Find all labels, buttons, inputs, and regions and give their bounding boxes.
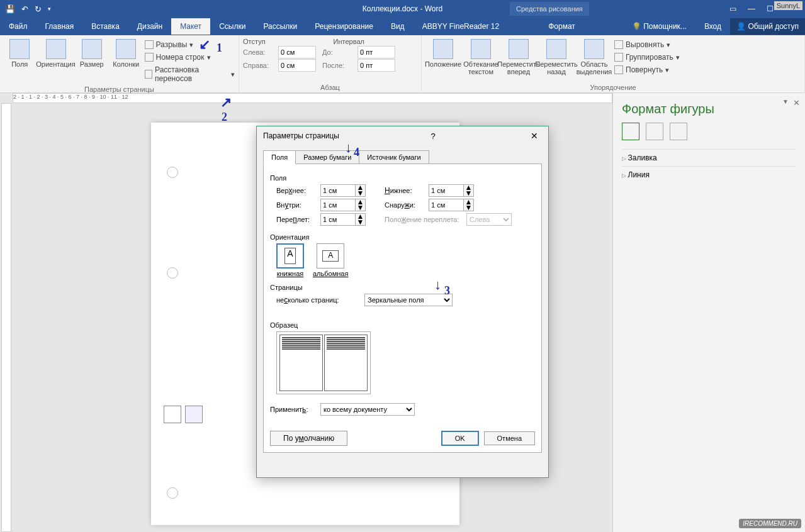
page-hole (167, 167, 178, 178)
vertical-ruler[interactable] (1, 103, 11, 532)
page-setup-group-label: Параметры страницы (4, 84, 235, 93)
titlebar: 💾 ↶ ↻ ▾ Коллекции.docx - Word Средства р… (0, 0, 805, 18)
inside-margin-input[interactable] (320, 199, 356, 211)
page-setup-dialog: Параметры страницы ? ✕ Поля Размер бумаг… (256, 126, 549, 478)
top-margin-input[interactable] (320, 184, 356, 197)
minimize-icon[interactable]: — (748, 4, 755, 13)
breaks-button[interactable]: Разрывы ▾ (145, 39, 235, 50)
drawing-tools-tab[interactable]: Средства рисования (510, 2, 589, 16)
panel-title: Формат фигуры (622, 102, 796, 116)
rotate-button[interactable]: Повернуть ▾ (614, 64, 680, 75)
tab-abbyy[interactable]: ABBYY FineReader 12 (414, 18, 509, 35)
qat-more-icon[interactable]: ▾ (48, 6, 51, 12)
indent-left-input[interactable] (278, 46, 316, 58)
default-button[interactable]: По умолчанию (270, 431, 347, 446)
tab-review[interactable]: Рецензирование (306, 18, 382, 35)
position-button[interactable]: Положение (425, 38, 461, 69)
tab-layout[interactable]: Макет (171, 18, 210, 35)
panel-dropdown-icon[interactable]: ▼ (782, 98, 789, 105)
hyphenation-button[interactable]: Расстановка переносов ▾ (145, 64, 235, 84)
line-numbers-button[interactable]: Номера строк ▾ (145, 52, 235, 63)
columns-button[interactable]: Колонки (110, 38, 142, 69)
fill-expander[interactable]: Заливка (622, 149, 796, 166)
outside-margin-input[interactable] (429, 199, 464, 211)
top-margin-label: Верхнее: (276, 186, 320, 195)
login-link[interactable]: Вход (695, 18, 730, 35)
format-shape-panel: ▼ ✕ Формат фигуры Заливка Линия (612, 93, 805, 532)
portrait-button[interactable]: A книжная (276, 243, 304, 277)
tell-me[interactable]: 💡 Помощник... (623, 18, 695, 35)
page-hole (167, 487, 178, 499)
tab-format[interactable]: Формат (539, 18, 584, 35)
undo-icon[interactable]: ↶ (21, 4, 28, 14)
cancel-button[interactable]: Отмена (484, 431, 535, 445)
selection-pane-button[interactable]: Область выделения (577, 38, 612, 77)
ribbon: Поля Ориентация Размер Колонки Разрывы ▾… (0, 35, 805, 93)
send-backward-button[interactable]: Переместить назад (539, 38, 574, 77)
paragraph-group-label: Абзац (243, 82, 417, 91)
tab-home[interactable]: Главная (37, 18, 83, 35)
size-button[interactable]: Размер (76, 38, 108, 69)
tab-references[interactable]: Ссылки (210, 18, 254, 35)
dialog-close-icon[interactable]: ✕ (527, 131, 542, 141)
fill-line-icon[interactable] (622, 123, 639, 140)
bottom-margin-input[interactable] (429, 184, 464, 197)
spacing-before-input[interactable] (357, 46, 395, 58)
spacing-after-input[interactable] (357, 59, 395, 72)
panel-close-icon[interactable]: ✕ (793, 98, 800, 108)
apply-to-select[interactable]: ко всему документу (320, 403, 415, 416)
shape-selection[interactable] (164, 406, 203, 423)
gutter-position-select: Слева (466, 213, 512, 226)
group-button[interactable]: Группировать ▾ (614, 52, 680, 63)
document-title: Коллекции.docx - Word (363, 4, 442, 13)
orientation-button[interactable]: Ориентация (38, 38, 74, 69)
horizontal-ruler[interactable]: 2 · 1 · 1 · 2 · 3 · 4 · 5 · 6 · 7 · 8 · … (13, 93, 612, 103)
save-icon[interactable]: 💾 (5, 4, 15, 14)
ok-button[interactable]: OK (441, 431, 479, 446)
tab-insert[interactable]: Вставка (82, 18, 128, 35)
wrap-text-button[interactable]: Обтекание текстом (463, 38, 498, 77)
ribbon-tabs: Файл Главная Вставка Дизайн Макет Ссылки… (0, 18, 805, 35)
margin-preview (276, 331, 371, 394)
tab-mailings[interactable]: Рассылки (254, 18, 306, 35)
size-props-icon[interactable] (670, 123, 687, 140)
share-button[interactable]: 👤 Общий доступ (730, 18, 805, 35)
margins-button[interactable]: Поля (4, 38, 36, 69)
redo-icon[interactable]: ↻ (35, 4, 42, 14)
user-badge: SunnyL (774, 1, 802, 10)
dialog-title: Параметры страницы (263, 131, 339, 140)
align-button[interactable]: Выровнять ▾ (614, 39, 680, 50)
arrange-group-label: Упорядочение (425, 82, 801, 91)
line-expander[interactable]: Линия (622, 166, 796, 183)
dialog-help-icon[interactable]: ? (427, 131, 439, 141)
dialog-tab-paper[interactable]: Размер бумаги (295, 150, 359, 164)
tab-file[interactable]: Файл (0, 18, 37, 35)
bring-forward-button[interactable]: Переместить вперед (501, 38, 536, 77)
ribbon-display-icon[interactable]: ▭ (729, 4, 736, 13)
multiple-pages-select[interactable]: Зеркальные поля (364, 294, 453, 306)
effects-icon[interactable] (646, 123, 663, 140)
indent-right-input[interactable] (278, 59, 316, 72)
maximize-icon[interactable]: ☐ (767, 4, 774, 13)
tab-design[interactable]: Дизайн (128, 18, 171, 35)
page-hole (167, 267, 178, 279)
dialog-tab-margins[interactable]: Поля (263, 150, 296, 164)
landscape-button[interactable]: A альбомная (313, 243, 348, 277)
watermark: IRECOMMEND.RU (739, 519, 801, 528)
dialog-tab-source[interactable]: Источник бумаги (359, 150, 429, 164)
gutter-input[interactable] (320, 213, 356, 226)
tab-view[interactable]: Вид (382, 18, 414, 35)
